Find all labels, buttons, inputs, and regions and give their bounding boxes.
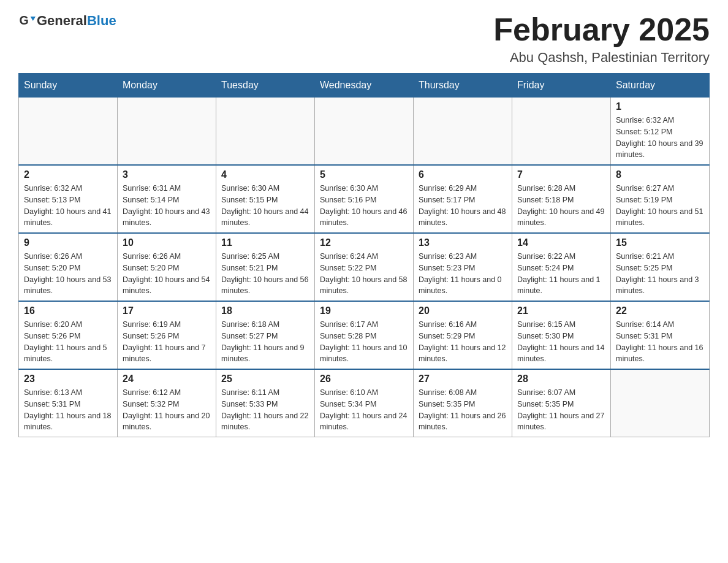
calendar-cell (315, 98, 414, 166)
day-info: Sunrise: 6:21 AMSunset: 5:25 PMDaylight:… (616, 251, 704, 297)
calendar-cell: 18Sunrise: 6:18 AMSunset: 5:27 PMDayligh… (216, 301, 315, 369)
day-number: 11 (221, 237, 309, 248)
day-info: Sunrise: 6:24 AMSunset: 5:22 PMDaylight:… (320, 251, 408, 297)
calendar-cell (19, 98, 118, 166)
location-subtitle: Abu Qashsh, Palestinian Territory (493, 50, 710, 66)
calendar-cell: 20Sunrise: 6:16 AMSunset: 5:29 PMDayligh… (414, 301, 512, 369)
weekday-header-sunday: Sunday (19, 74, 118, 98)
calendar-week-row: 16Sunrise: 6:20 AMSunset: 5:26 PMDayligh… (19, 301, 710, 369)
title-block: February 2025 Abu Qashsh, Palestinian Te… (493, 12, 710, 66)
calendar-cell: 16Sunrise: 6:20 AMSunset: 5:26 PMDayligh… (19, 301, 118, 369)
weekday-header-saturday: Saturday (611, 74, 710, 98)
day-info: Sunrise: 6:10 AMSunset: 5:34 PMDaylight:… (320, 387, 408, 433)
day-number: 24 (123, 373, 211, 385)
calendar-cell: 26Sunrise: 6:10 AMSunset: 5:34 PMDayligh… (315, 369, 414, 437)
calendar-cell: 12Sunrise: 6:24 AMSunset: 5:22 PMDayligh… (315, 233, 414, 301)
day-info: Sunrise: 6:32 AMSunset: 5:12 PMDaylight:… (616, 115, 704, 161)
calendar-cell: 4Sunrise: 6:30 AMSunset: 5:15 PMDaylight… (216, 165, 315, 233)
calendar-week-row: 9Sunrise: 6:26 AMSunset: 5:20 PMDaylight… (19, 233, 710, 301)
day-info: Sunrise: 6:32 AMSunset: 5:13 PMDaylight:… (24, 183, 112, 229)
svg-text:G: G (19, 13, 28, 27)
day-number: 25 (221, 373, 309, 385)
calendar-cell: 2Sunrise: 6:32 AMSunset: 5:13 PMDaylight… (19, 165, 118, 233)
day-info: Sunrise: 6:08 AMSunset: 5:35 PMDaylight:… (419, 387, 507, 433)
day-number: 28 (517, 373, 605, 385)
svg-marker-1 (31, 17, 36, 21)
day-number: 27 (419, 373, 507, 385)
calendar-cell (611, 369, 710, 437)
calendar-cell: 10Sunrise: 6:26 AMSunset: 5:20 PMDayligh… (118, 233, 216, 301)
day-number: 9 (24, 237, 112, 248)
day-number: 21 (517, 305, 605, 316)
calendar-cell: 28Sunrise: 6:07 AMSunset: 5:35 PMDayligh… (512, 369, 611, 437)
month-title: February 2025 (493, 12, 710, 47)
calendar-cell: 22Sunrise: 6:14 AMSunset: 5:31 PMDayligh… (611, 301, 710, 369)
day-number: 23 (24, 373, 112, 385)
calendar-cell: 21Sunrise: 6:15 AMSunset: 5:30 PMDayligh… (512, 301, 611, 369)
day-number: 19 (320, 305, 408, 316)
day-info: Sunrise: 6:16 AMSunset: 5:29 PMDaylight:… (419, 319, 507, 365)
calendar-cell: 8Sunrise: 6:27 AMSunset: 5:19 PMDaylight… (611, 165, 710, 233)
day-number: 2 (24, 169, 112, 180)
calendar-cell: 27Sunrise: 6:08 AMSunset: 5:35 PMDayligh… (414, 369, 512, 437)
day-info: Sunrise: 6:26 AMSunset: 5:20 PMDaylight:… (123, 251, 211, 297)
day-number: 26 (320, 373, 408, 385)
calendar-header-row: SundayMondayTuesdayWednesdayThursdayFrid… (19, 74, 710, 98)
day-info: Sunrise: 6:07 AMSunset: 5:35 PMDaylight:… (517, 387, 605, 433)
logo-blue-text: Blue (87, 13, 116, 28)
calendar-table: SundayMondayTuesdayWednesdayThursdayFrid… (18, 73, 710, 437)
day-info: Sunrise: 6:15 AMSunset: 5:30 PMDaylight:… (517, 319, 605, 365)
weekday-header-friday: Friday (512, 74, 611, 98)
logo-general-text: General (37, 13, 87, 28)
day-info: Sunrise: 6:29 AMSunset: 5:17 PMDaylight:… (419, 183, 507, 229)
day-info: Sunrise: 6:11 AMSunset: 5:33 PMDaylight:… (221, 387, 309, 433)
weekday-header-wednesday: Wednesday (315, 74, 414, 98)
calendar-cell (216, 98, 315, 166)
calendar-cell: 25Sunrise: 6:11 AMSunset: 5:33 PMDayligh… (216, 369, 315, 437)
day-number: 6 (419, 169, 507, 180)
calendar-cell: 24Sunrise: 6:12 AMSunset: 5:32 PMDayligh… (118, 369, 216, 437)
calendar-week-row: 23Sunrise: 6:13 AMSunset: 5:31 PMDayligh… (19, 369, 710, 437)
calendar-cell: 19Sunrise: 6:17 AMSunset: 5:28 PMDayligh… (315, 301, 414, 369)
day-info: Sunrise: 6:31 AMSunset: 5:14 PMDaylight:… (123, 183, 211, 229)
day-number: 12 (320, 237, 408, 248)
calendar-cell (118, 98, 216, 166)
calendar-cell: 11Sunrise: 6:25 AMSunset: 5:21 PMDayligh… (216, 233, 315, 301)
calendar-cell: 14Sunrise: 6:22 AMSunset: 5:24 PMDayligh… (512, 233, 611, 301)
calendar-cell: 6Sunrise: 6:29 AMSunset: 5:17 PMDaylight… (414, 165, 512, 233)
day-info: Sunrise: 6:27 AMSunset: 5:19 PMDaylight:… (616, 183, 704, 229)
day-info: Sunrise: 6:23 AMSunset: 5:23 PMDaylight:… (419, 251, 507, 297)
day-number: 3 (123, 169, 211, 180)
calendar-cell: 5Sunrise: 6:30 AMSunset: 5:16 PMDaylight… (315, 165, 414, 233)
day-number: 7 (517, 169, 605, 180)
day-info: Sunrise: 6:25 AMSunset: 5:21 PMDaylight:… (221, 251, 309, 297)
calendar-cell: 9Sunrise: 6:26 AMSunset: 5:20 PMDaylight… (19, 233, 118, 301)
day-info: Sunrise: 6:13 AMSunset: 5:31 PMDaylight:… (24, 387, 112, 433)
day-number: 18 (221, 305, 309, 316)
day-info: Sunrise: 6:17 AMSunset: 5:28 PMDaylight:… (320, 319, 408, 365)
calendar-week-row: 2Sunrise: 6:32 AMSunset: 5:13 PMDaylight… (19, 165, 710, 233)
day-info: Sunrise: 6:30 AMSunset: 5:15 PMDaylight:… (221, 183, 309, 229)
day-number: 22 (616, 305, 704, 316)
weekday-header-thursday: Thursday (414, 74, 512, 98)
day-number: 4 (221, 169, 309, 180)
day-info: Sunrise: 6:22 AMSunset: 5:24 PMDaylight:… (517, 251, 605, 297)
logo-icon: G (18, 12, 36, 29)
calendar-cell (512, 98, 611, 166)
day-info: Sunrise: 6:19 AMSunset: 5:26 PMDaylight:… (123, 319, 211, 365)
day-number: 20 (419, 305, 507, 316)
day-number: 5 (320, 169, 408, 180)
calendar-cell: 17Sunrise: 6:19 AMSunset: 5:26 PMDayligh… (118, 301, 216, 369)
day-number: 14 (517, 237, 605, 248)
day-number: 16 (24, 305, 112, 316)
calendar-cell: 1Sunrise: 6:32 AMSunset: 5:12 PMDaylight… (611, 98, 710, 166)
day-number: 1 (616, 101, 704, 112)
calendar-cell: 23Sunrise: 6:13 AMSunset: 5:31 PMDayligh… (19, 369, 118, 437)
day-info: Sunrise: 6:12 AMSunset: 5:32 PMDaylight:… (123, 387, 211, 433)
day-info: Sunrise: 6:20 AMSunset: 5:26 PMDaylight:… (24, 319, 112, 365)
calendar-cell: 15Sunrise: 6:21 AMSunset: 5:25 PMDayligh… (611, 233, 710, 301)
day-number: 13 (419, 237, 507, 248)
calendar-cell (414, 98, 512, 166)
day-number: 10 (123, 237, 211, 248)
day-info: Sunrise: 6:18 AMSunset: 5:27 PMDaylight:… (221, 319, 309, 365)
